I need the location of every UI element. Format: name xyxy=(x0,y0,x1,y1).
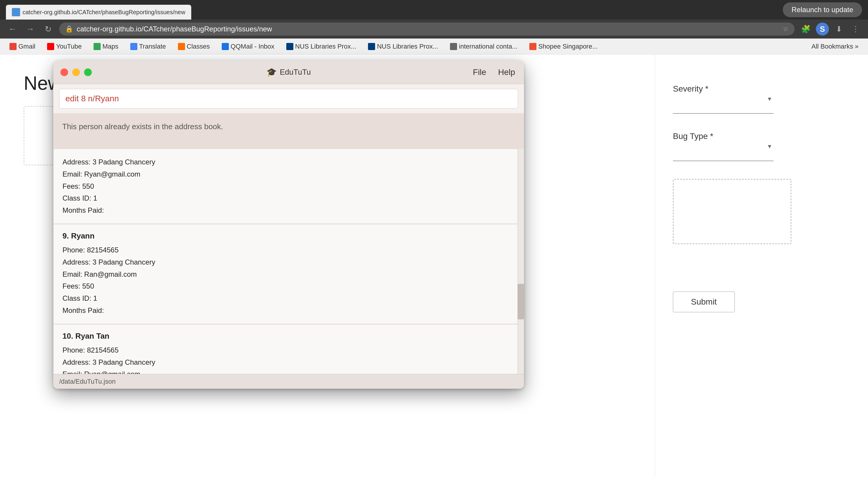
bookmark-shopee-label: Shopee Singapore... xyxy=(538,43,598,50)
submit-button[interactable]: Submit xyxy=(673,292,735,312)
address-value-8: 3 Padang Chancery xyxy=(92,158,155,166)
app-title-text: EduTuTu xyxy=(280,67,311,77)
classid-label-8: Class ID: xyxy=(62,194,93,202)
bookmark-translate[interactable]: Translate xyxy=(127,41,169,52)
scrollbar-track[interactable] xyxy=(518,149,524,374)
bookmarks-more-button[interactable]: All Bookmarks » xyxy=(808,41,862,52)
bookmark-qqmail[interactable]: QQMail - Inbox xyxy=(218,41,278,52)
file-menu-item[interactable]: File xyxy=(473,67,486,77)
more-tools-button[interactable]: ⋮ xyxy=(849,23,862,35)
address-label-9: Address: xyxy=(62,258,92,266)
severity-select[interactable]: Low Medium High xyxy=(673,96,774,114)
qqmail-favicon xyxy=(222,43,229,50)
attachment-area[interactable] xyxy=(673,179,791,244)
result-phone-9: Phone: 82154565 xyxy=(62,244,515,256)
app-window: 🎓 EduTuTu File Help This person already … xyxy=(53,60,524,389)
downloads-button[interactable]: ⬇ xyxy=(833,23,845,35)
result-item-10[interactable]: 10. Ryan Tan Phone: 82154565 Address: 3 … xyxy=(53,324,524,374)
result-item-8[interactable]: Address: 3 Padang Chancery Email: Ryan@g… xyxy=(53,149,524,224)
back-button[interactable]: ← xyxy=(6,23,19,35)
lock-icon: 🔒 xyxy=(65,25,73,33)
bookmark-intl[interactable]: international conta... xyxy=(446,41,521,52)
monthspaid-label-9: Months Paid: xyxy=(62,306,104,314)
address-bar[interactable]: 🔒 catcher-org.github.io/CATcher/phaseBug… xyxy=(59,23,795,35)
fees-label-8: Fees: xyxy=(62,182,82,190)
bookmark-nus1-label: NUS Libraries Prox... xyxy=(295,43,356,50)
bug-type-select[interactable]: Functionality Bug Performance Bug Docume… xyxy=(673,143,774,161)
bookmark-shopee[interactable]: Shopee Singapore... xyxy=(526,41,601,52)
browser-toolbar: ← → ↻ 🔒 catcher-org.github.io/CATcher/ph… xyxy=(0,20,868,38)
main-content: New Issue 🎓 EduTuTu File Help xyxy=(0,55,868,477)
window-close-button[interactable] xyxy=(60,68,68,76)
classid-value-8: 1 xyxy=(93,194,97,202)
avatar-icon[interactable]: S xyxy=(816,23,829,35)
monthspaid-label-8: Months Paid: xyxy=(62,206,104,214)
window-maximize-button[interactable] xyxy=(84,68,92,76)
bookmark-gmail[interactable]: Gmail xyxy=(6,41,39,52)
severity-field: Severity * Low Medium High ▾ xyxy=(673,84,850,114)
browser-actions: 🧩 S ⬇ ⋮ xyxy=(799,23,862,35)
browser-chrome: catcher-org.github.io/CATcher/phaseBugRe… xyxy=(0,0,868,38)
result-item-9[interactable]: 9. Ryann Phone: 82154565 Address: 3 Pada… xyxy=(53,224,524,324)
bookmark-maps-label: Maps xyxy=(102,43,118,50)
shopee-favicon xyxy=(529,43,536,50)
bookmark-maps[interactable]: Maps xyxy=(90,41,122,52)
email-label-8: Email: xyxy=(62,170,84,178)
bookmark-nus2-label: NUS Libraries Prox... xyxy=(377,43,438,50)
result-name-10: 10. Ryan Tan xyxy=(62,331,515,341)
window-minimize-button[interactable] xyxy=(72,68,80,76)
bookmark-youtube-label: YouTube xyxy=(56,43,82,50)
result-fees-9: Fees: 550 xyxy=(62,280,515,292)
results-list[interactable]: Address: 3 Padang Chancery Email: Ryan@g… xyxy=(53,149,524,374)
translate-favicon xyxy=(130,43,137,50)
fees-label-9: Fees: xyxy=(62,282,82,290)
severity-select-wrapper: Severity * Low Medium High ▾ xyxy=(673,84,774,114)
result-address-10: Address: 3 Padang Chancery xyxy=(62,356,515,368)
intl-favicon xyxy=(450,43,457,50)
result-email-10: Email: Ryan@gmail.com xyxy=(62,368,515,374)
result-monthspaid-8: Months Paid: xyxy=(62,204,515,216)
forward-button[interactable]: → xyxy=(24,23,37,35)
bookmark-intl-label: international conta... xyxy=(459,43,518,50)
bookmark-classes[interactable]: Classes xyxy=(174,41,213,52)
window-title: 🎓 EduTuTu xyxy=(267,67,311,77)
classid-value-9: 1 xyxy=(93,294,97,302)
bookmark-star-icon[interactable]: ☆ xyxy=(783,25,789,33)
phone-value-10: 82154565 xyxy=(87,346,119,354)
status-text: /data/EduTuTu.json xyxy=(59,378,116,385)
command-area xyxy=(53,84,524,113)
error-message: This person already exists in the addres… xyxy=(62,122,515,131)
status-bar: /data/EduTuTu.json xyxy=(53,374,524,389)
classes-favicon xyxy=(178,43,185,50)
window-controls xyxy=(60,68,92,76)
command-input[interactable] xyxy=(59,89,518,109)
bookmark-nus2[interactable]: NUS Libraries Prox... xyxy=(365,41,442,52)
reload-button[interactable]: ↻ xyxy=(41,23,55,35)
result-fees-8: Fees: 550 xyxy=(62,180,515,192)
bookmarks-bar: Gmail YouTube Maps Translate Classes QQM… xyxy=(0,38,868,55)
right-panel: Severity * Low Medium High ▾ Bug Type * … xyxy=(655,55,868,477)
bookmark-classes-label: Classes xyxy=(187,43,210,50)
window-content: This person already exists in the addres… xyxy=(53,84,524,389)
error-area: This person already exists in the addres… xyxy=(53,113,524,149)
classid-label-9: Class ID: xyxy=(62,294,93,302)
fees-value-9: 550 xyxy=(82,282,94,290)
phone-label-10: Phone: xyxy=(62,346,87,354)
bookmark-nus1[interactable]: NUS Libraries Prox... xyxy=(283,41,360,52)
scrollbar-thumb[interactable] xyxy=(518,284,524,319)
result-monthspaid-9: Months Paid: xyxy=(62,304,515,317)
relaunch-button[interactable]: Relaunch to update xyxy=(783,2,862,17)
bookmark-youtube[interactable]: YouTube xyxy=(43,41,85,52)
window-menu: File Help xyxy=(473,67,515,77)
email-value-10: Ryan@gmail.com xyxy=(84,370,140,374)
result-address-8: Address: 3 Padang Chancery xyxy=(62,156,515,168)
extensions-button[interactable]: 🧩 xyxy=(799,23,812,35)
phone-value-9: 82154565 xyxy=(87,246,119,254)
severity-label: Severity * xyxy=(673,84,774,94)
address-value-9: 3 Padang Chancery xyxy=(92,258,155,266)
bookmark-gmail-label: Gmail xyxy=(18,43,35,50)
help-menu-item[interactable]: Help xyxy=(498,67,515,77)
nus2-favicon xyxy=(368,43,375,50)
nus1-favicon xyxy=(286,43,293,50)
active-tab[interactable]: catcher-org.github.io/CATcher/phaseBugRe… xyxy=(6,5,191,20)
